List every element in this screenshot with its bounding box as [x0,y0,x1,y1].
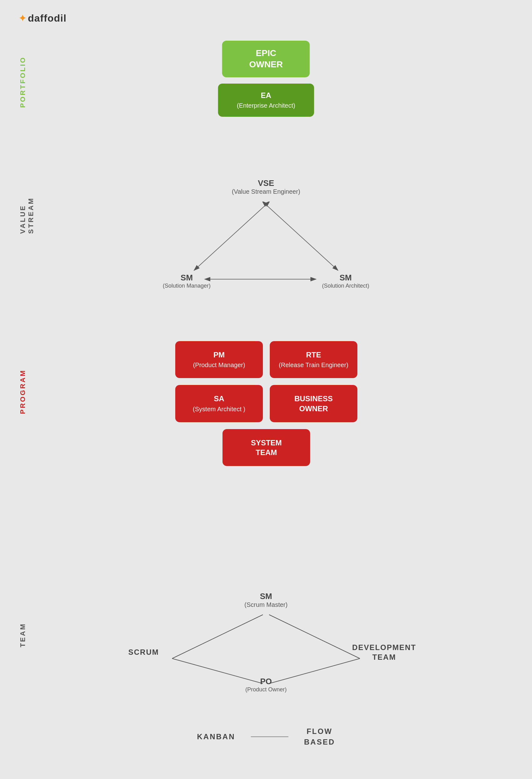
sa-box: SA(System Architect ) [175,385,263,422]
svg-line-6 [172,615,263,659]
vs-diamond-area: SM (Solution Manager) SM (Solution Archi… [157,201,375,289]
vse-sub: (Value Stream Engineer) [157,188,375,195]
team-sm-title: SM [110,592,422,601]
pm-box: PM(Product Manager) [175,341,263,378]
svg-line-3 [266,205,338,271]
ea-box: EA(Enterprise Architect) [218,83,314,117]
team-sm-sub: (Scrum Master) [110,601,422,608]
svg-line-8 [269,615,360,659]
team-label: TEAM [19,623,27,647]
kanban-flow-section: KANBAN FLOWBASED [197,726,335,747]
po-label: PO (Product Owner) [245,677,287,693]
logo-icon: ✦ [19,13,26,23]
value-stream-label: VALUESTREAM [19,197,35,234]
system-team-box: SYSTEMTEAM [223,429,310,466]
sm-right: SM (Solution Architect) [322,273,369,289]
team-section: SM (Scrum Master) SCRUM PO (Produc [110,592,422,693]
team-diamond-area: SCRUM PO (Product Owner) DEVELOPMENTTEAM [110,611,422,693]
logo-text: daffodil [28,12,67,24]
rte-box: RTE(Release Train Engineer) [270,341,357,378]
sm-left: SM (Solution Manager) [163,273,211,289]
dev-team-label: DEVELOPMENTTEAM [352,643,416,662]
svg-line-2 [194,205,266,271]
scrum-label: SCRUM [128,648,159,657]
program-label: PROGRAM [19,369,27,414]
kanban-label: KANBAN [197,732,235,741]
logo: ✦ daffodil [19,12,67,24]
value-stream-section: VSE (Value Stream Engineer) SM [157,178,375,289]
portfolio-section: EPICOWNER EA(Enterprise Architect) [218,41,314,117]
program-section: PM(Product Manager) RTE(Release Train En… [175,341,357,466]
vse-title: VSE [157,178,375,188]
bo-box: BUSINESSOWNER [270,385,357,422]
portfolio-label: PORTFOLIO [19,56,27,108]
kanban-line [251,736,288,737]
flow-label: FLOWBASED [304,726,335,747]
epic-owner-box: EPICOWNER [222,41,310,77]
